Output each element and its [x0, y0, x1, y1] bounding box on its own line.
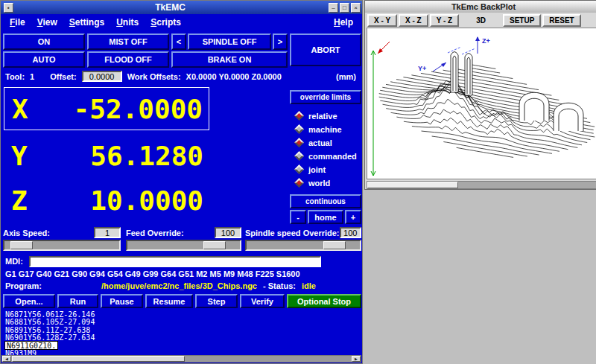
mdi-row: MDI:	[5, 255, 358, 267]
program-label: Program:	[5, 281, 42, 290]
slider-handle[interactable]	[323, 241, 346, 249]
spindle-button[interactable]: SPINDLE OFF	[188, 33, 271, 50]
override-limits-button[interactable]: override limits	[290, 90, 361, 104]
program-line: N6891Y56.11Z-27.638	[5, 326, 359, 333]
menu-help[interactable]: Help	[328, 16, 359, 29]
pause-button[interactable]: Pause	[101, 294, 143, 308]
titlebar[interactable]: ▪ TkEMC – □ ×	[1, 1, 362, 14]
mode-auto-button[interactable]: AUTO	[3, 51, 85, 68]
mdi-input[interactable]	[29, 256, 321, 267]
radio-relative[interactable]: relative	[296, 110, 337, 121]
jog-minus-button[interactable]: -	[290, 210, 306, 224]
spindle-faster-button[interactable]: >	[273, 33, 288, 50]
offset-entry[interactable]: 0.0000	[82, 71, 122, 82]
status-value: idle	[302, 281, 316, 290]
radio-label: machine	[308, 125, 342, 134]
spindle-override-group: Spindle speed Override: 100	[245, 227, 361, 252]
radio-indicator-icon	[294, 151, 304, 161]
radio-actual[interactable]: actual	[296, 137, 332, 148]
menu-view[interactable]: View	[31, 16, 63, 29]
radio-world[interactable]: world	[296, 177, 330, 188]
radio-label: commanded	[308, 152, 357, 161]
radio-label: actual	[308, 138, 332, 147]
jog-plus-button[interactable]: +	[345, 210, 361, 224]
close-icon[interactable]: ×	[351, 3, 361, 13]
resume-button[interactable]: Resume	[145, 294, 193, 308]
mist-button[interactable]: MIST OFF	[87, 33, 169, 50]
axis-speed-slider[interactable]	[3, 240, 121, 251]
scroll-left-icon[interactable]: ◀	[2, 356, 11, 362]
backplot-scrollbar[interactable]	[367, 181, 596, 189]
tool-row: Tool: 1 Offset: 0.0000 Work Offsets: X0.…	[5, 70, 356, 83]
axis-speed-label: Axis Speed:	[3, 229, 50, 237]
program-row: Program: /home/juve/emc2/nc_files/3D_Chi…	[5, 281, 358, 290]
slider-handle[interactable]	[10, 241, 33, 249]
axis-y-value: 56.1280	[90, 140, 203, 170]
axis-readout-z[interactable]: Z 10.0000	[4, 180, 209, 220]
backplot-svg: Z+ Y+	[367, 28, 596, 179]
mdi-label: MDI:	[5, 257, 23, 266]
machine-on-button[interactable]: ON	[3, 33, 85, 50]
radio-label: joint	[308, 165, 326, 174]
units-label: (mm)	[336, 72, 356, 81]
tkemc-window: ▪ TkEMC – □ × File View Settings Units S…	[0, 0, 363, 364]
menu-settings[interactable]: Settings	[63, 16, 110, 29]
radio-machine[interactable]: machine	[296, 124, 342, 135]
desktop: ▪ TkEMC – □ × File View Settings Units S…	[0, 0, 596, 364]
backplot-titlebar[interactable]: TkEmc BackPlot	[365, 1, 596, 13]
spindle-override-value: 100	[340, 227, 361, 238]
program-path: /home/juve/emc2/nc_files/3D_Chips.ngc	[101, 281, 257, 290]
open-button[interactable]: Open...	[3, 294, 55, 308]
z-axis-label: Z+	[482, 37, 490, 45]
menu-file[interactable]: File	[4, 16, 31, 29]
home-button[interactable]: home	[308, 210, 343, 224]
verify-button[interactable]: Verify	[240, 294, 285, 308]
menubar: File View Settings Units Scripts Help	[1, 14, 362, 31]
feed-override-group: Feed Override: 100	[126, 227, 241, 252]
optional-stop-button[interactable]: Optional Stop	[287, 294, 361, 308]
tab-setup[interactable]: SETUP	[503, 14, 541, 27]
spindle-override-slider[interactable]	[245, 240, 361, 251]
axis-readout-y[interactable]: Y 56.1280	[4, 135, 209, 176]
backplot-canvas[interactable]: Z+ Y+	[367, 28, 596, 179]
run-button[interactable]: Run	[57, 294, 98, 308]
feed-override-slider[interactable]	[126, 240, 241, 251]
brake-button[interactable]: BRAKE ON	[171, 51, 288, 68]
menu-units[interactable]: Units	[110, 16, 145, 29]
radio-label: relative	[308, 112, 337, 121]
radio-indicator-icon	[294, 124, 304, 134]
axis-x-value: -52.0000	[74, 94, 203, 124]
backplot-scrollbar-thumb[interactable]	[367, 182, 458, 188]
radio-joint[interactable]: joint	[296, 164, 326, 175]
scroll-right-icon[interactable]: ▶	[352, 356, 361, 362]
window-menu-icon[interactable]: ▪	[4, 3, 13, 13]
maximize-icon[interactable]: □	[340, 3, 349, 13]
radio-indicator-icon	[294, 111, 304, 121]
axis-readout-x[interactable]: X -52.0000	[4, 87, 209, 130]
jog-mode-dropdown[interactable]: continuous	[290, 194, 361, 208]
tab-3d[interactable]: 3D	[469, 14, 492, 27]
tab-xy[interactable]: X - Y	[367, 14, 397, 27]
horizontal-scrollbar[interactable]: ◀ ▶	[1, 355, 361, 363]
program-line-active: N6911G0Z10.	[5, 342, 57, 349]
axis-z-value: 10.0000	[90, 185, 203, 216]
spindle-slower-button[interactable]: <	[171, 33, 186, 50]
tab-xz[interactable]: X - Z	[399, 14, 428, 27]
abort-button[interactable]: ABORT	[290, 33, 361, 66]
axis-y-letter: Y	[11, 140, 28, 170]
radio-commanded[interactable]: commanded	[296, 150, 357, 162]
y-axis-arrowhead-icon	[441, 63, 446, 67]
tab-reset[interactable]: RESET	[542, 14, 580, 27]
flood-button[interactable]: FLOOD OFF	[87, 51, 169, 68]
minimize-icon[interactable]: –	[329, 3, 338, 13]
axis-x-letter: X	[12, 94, 28, 124]
step-button[interactable]: Step	[195, 294, 238, 308]
backplot-tabs: X - Y X - Z Y - Z 3D SETUP RESET	[365, 13, 596, 28]
program-text-area[interactable]: N6871Y56.061Z-26.146 N6881Y56.105Z-27.09…	[2, 310, 362, 357]
slider-handle[interactable]	[203, 241, 226, 249]
menu-scripts[interactable]: Scripts	[145, 16, 187, 29]
y-axis-label: Y+	[418, 65, 426, 72]
axis-speed-group: Axis Speed: 1	[3, 227, 121, 252]
tab-yz[interactable]: Y - Z	[430, 14, 459, 27]
scrollbar-thumb[interactable]	[12, 356, 185, 362]
